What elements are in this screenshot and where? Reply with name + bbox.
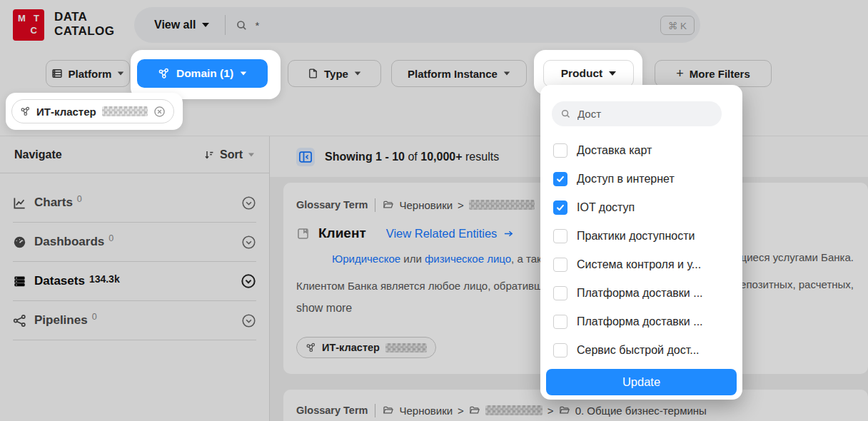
result-meta-row: Glossary Term Черновики > — [296, 402, 854, 418]
product-filter-dropdown: Доставка карт Доступ в интернет IOT дост… — [540, 85, 742, 400]
checkbox[interactable] — [553, 229, 567, 243]
domain-icon — [20, 106, 31, 117]
keyboard-shortcut-hint: ⌘ K — [660, 16, 695, 35]
redacted-text — [102, 106, 148, 116]
sidebar-item-charts[interactable]: Charts 0 — [13, 183, 256, 223]
chevron-down-icon — [355, 71, 361, 75]
gauge-icon — [13, 235, 26, 249]
selected-domain-panel: ИТ-кластер — [6, 93, 183, 130]
glossary-term-icon — [296, 227, 310, 240]
redacted-text — [469, 200, 535, 210]
entity-type-list: Charts 0 — [0, 183, 269, 340]
line-chart-icon — [13, 196, 26, 210]
data-catalog-app: М Т С DATA CATALOG View all ⌘ K — [0, 0, 868, 421]
product-option[interactable]: Система контроля и у... — [540, 250, 742, 279]
folder-icon — [559, 405, 570, 416]
mts-logo: М Т С — [13, 9, 44, 41]
checkbox[interactable] — [553, 258, 567, 272]
domain-icon — [158, 68, 170, 80]
expand-chevron-icon[interactable] — [241, 196, 256, 210]
checkbox[interactable] — [553, 201, 567, 215]
plus-icon: + — [676, 66, 684, 81]
brand-title: DATA CATALOG — [54, 10, 114, 39]
filter-domain-button[interactable]: Domain (1) — [137, 59, 268, 88]
breadcrumb: Черновики > > — [383, 405, 706, 417]
sidebar-item-datasets[interactable]: Datasets 134.3k — [13, 262, 256, 301]
update-button[interactable]: Update — [546, 369, 737, 395]
divider — [375, 198, 375, 212]
navigate-sidebar: Navigate Sort — [0, 136, 270, 421]
chevron-down-icon — [118, 71, 124, 75]
results-count: Showing 1 - 10 of 10,000+ results — [325, 151, 499, 163]
product-option[interactable]: Практики доступности — [540, 222, 742, 250]
folder-icon — [469, 405, 480, 416]
domain-tag-chip[interactable]: ИТ-кластер — [296, 337, 436, 358]
redacted-text — [485, 405, 542, 415]
product-option[interactable]: Доставка карт — [540, 136, 742, 165]
checkbox[interactable] — [553, 315, 567, 329]
dropdown-search-box[interactable] — [552, 101, 722, 126]
chevron-down-icon — [609, 71, 616, 76]
sort-control[interactable]: Sort — [203, 148, 255, 161]
file-icon — [308, 68, 318, 79]
filter-platform-instance-button[interactable]: Platform Instance — [391, 60, 527, 87]
filter-platform-button[interactable]: Platform — [46, 60, 130, 87]
search-icon — [560, 108, 571, 119]
arrow-right-icon — [503, 228, 515, 239]
chevron-down-icon — [241, 71, 247, 75]
database-icon — [13, 275, 26, 288]
product-option[interactable]: Доступ в интернет — [540, 165, 742, 193]
product-option[interactable]: Платформа доставки ... — [540, 308, 742, 336]
expand-chevron-icon[interactable] — [241, 313, 256, 328]
view-related-entities-link[interactable]: View Related Entities — [386, 227, 515, 240]
product-option[interactable]: Сервис быстрой дост... — [540, 336, 742, 365]
filter-type-button[interactable]: Type — [288, 60, 381, 87]
search-input[interactable] — [253, 19, 700, 32]
checkbox[interactable] — [553, 286, 567, 300]
server-icon — [51, 68, 63, 79]
filter-product-button[interactable]: Product — [543, 60, 634, 87]
domain-icon — [306, 343, 316, 353]
logo-letter-c: С — [31, 25, 37, 37]
domain-filter-spotlight: Domain (1) — [131, 50, 281, 99]
entity-type-label: Glossary Term — [296, 405, 368, 416]
redacted-text — [385, 343, 427, 352]
sort-icon — [203, 149, 215, 161]
collapse-sidebar-icon[interactable] — [296, 148, 315, 166]
chevron-down-icon — [248, 153, 254, 156]
global-search-bar[interactable]: View all ⌘ K — [134, 7, 700, 43]
more-filters-button[interactable]: + More Filters — [655, 60, 772, 87]
product-option[interactable]: Платформа доставки ... — [540, 279, 742, 308]
sidebar-item-dashboards[interactable]: Dashboards 0 — [13, 223, 256, 262]
logo-letter-m: М — [18, 13, 29, 25]
navigate-title: Navigate — [14, 148, 62, 161]
sidebar-item-pipelines[interactable]: Pipelines 0 — [13, 301, 256, 340]
checkbox[interactable] — [553, 143, 567, 158]
dropdown-search-input[interactable] — [576, 107, 713, 121]
remove-filter-icon[interactable] — [153, 106, 166, 118]
divider — [225, 15, 226, 35]
checkbox[interactable] — [553, 172, 567, 186]
chevron-down-icon — [504, 71, 510, 75]
expand-chevron-icon[interactable] — [241, 235, 256, 250]
folder-icon — [383, 405, 394, 416]
entity-type-label: Glossary Term — [296, 199, 368, 210]
product-option[interactable]: IOT доступ — [540, 193, 742, 222]
folder-icon — [383, 200, 394, 210]
view-all-dropdown[interactable]: View all — [154, 19, 209, 31]
logo-letter-t: Т — [34, 13, 39, 25]
sidebar-header: Navigate Sort — [0, 136, 269, 173]
result-title[interactable]: Клиент — [318, 225, 366, 241]
breadcrumb: Черновики > — [383, 199, 550, 211]
product-options-list: Доставка карт Доступ в интернет IOT дост… — [540, 136, 742, 365]
share-nodes-icon — [13, 314, 26, 328]
chevron-down-icon — [202, 23, 209, 27]
expand-chevron-icon[interactable] — [241, 273, 256, 289]
search-icon — [236, 19, 248, 31]
checkbox[interactable] — [553, 343, 567, 357]
divider — [375, 404, 375, 417]
selected-domain-chip[interactable]: ИТ-кластер — [11, 99, 174, 123]
